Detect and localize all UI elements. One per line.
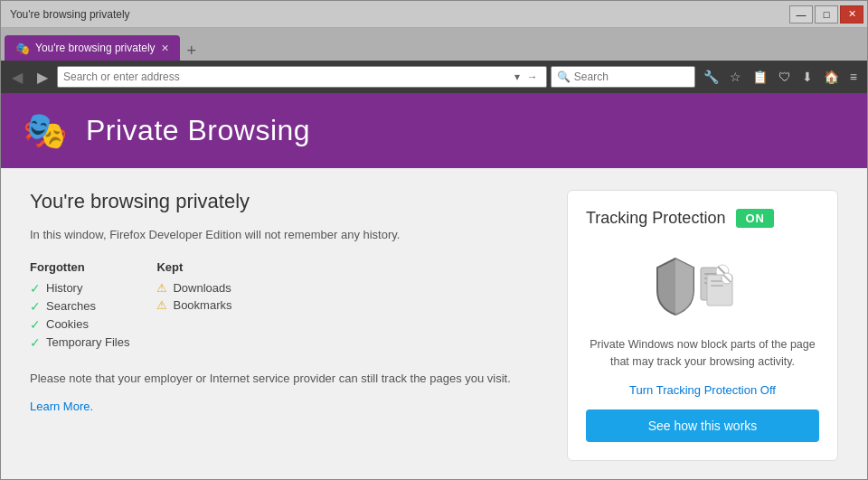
tracking-card: Tracking Protection ON xyxy=(567,190,838,461)
note-text: Please note that your employer or Intern… xyxy=(30,370,540,388)
shield-graphic xyxy=(648,249,757,322)
list-item-searches: ✓ Searches xyxy=(30,299,129,314)
menu-icon[interactable]: ≡ xyxy=(845,68,862,86)
title-bar: You're browsing privately — □ ✕ xyxy=(1,1,867,28)
address-bar-buttons: ▾ → xyxy=(512,71,541,83)
svg-rect-8 xyxy=(711,285,723,287)
page-header-title: Private Browsing xyxy=(86,114,310,147)
warn-icon-bookmarks: ⚠ xyxy=(156,298,167,312)
tools-icon[interactable]: 🔧 xyxy=(699,68,723,86)
kept-column: Kept ⚠ Downloads ⚠ Bookmarks xyxy=(156,260,231,353)
list-item-history: ✓ History xyxy=(30,281,129,296)
turn-off-link[interactable]: Turn Tracking Protection Off xyxy=(629,383,776,397)
search-icon: 🔍 xyxy=(557,71,571,83)
search-bar[interactable]: 🔍 xyxy=(551,66,695,88)
search-input[interactable] xyxy=(574,71,665,83)
shield-svg xyxy=(648,249,757,322)
window-title-text: You're browsing privately xyxy=(10,8,130,21)
check-icon-searches: ✓ xyxy=(30,299,41,314)
download-icon[interactable]: ⬇ xyxy=(797,68,817,86)
private-tab-icon: 🎭 xyxy=(15,42,30,55)
tab-close-button[interactable]: ✕ xyxy=(161,42,169,54)
description-text: In this window, Firefox Developer Editio… xyxy=(30,226,540,244)
cookies-label: Cookies xyxy=(46,317,89,331)
reader-icon[interactable]: 📋 xyxy=(748,68,772,86)
back-button[interactable]: ◀ xyxy=(6,67,28,88)
see-how-button[interactable]: See how this works xyxy=(586,409,819,442)
new-tab-button[interactable]: + xyxy=(180,42,204,59)
forgotten-column: Forgotten ✓ History ✓ Searches ✓ Cookies xyxy=(30,260,129,353)
downloads-label: Downloads xyxy=(173,281,231,295)
toolbar-icons: 🔧 ☆ 📋 🛡 ⬇ 🏠 ≡ xyxy=(699,68,862,86)
bookmark-star-icon[interactable]: ☆ xyxy=(725,68,746,86)
browser-window: You're browsing privately — □ ✕ 🎭 You're… xyxy=(0,0,868,480)
warn-icon-downloads: ⚠ xyxy=(156,281,167,295)
right-section: Tracking Protection ON xyxy=(567,190,838,457)
close-button[interactable]: ✕ xyxy=(840,5,863,24)
temp-files-label: Temporary Files xyxy=(46,335,129,349)
dropdown-button[interactable]: ▾ xyxy=(512,71,523,83)
searches-label: Searches xyxy=(46,299,96,313)
check-icon-history: ✓ xyxy=(30,281,41,296)
window-controls: — □ ✕ xyxy=(789,5,863,24)
minimize-button[interactable]: — xyxy=(789,5,813,24)
tab-bar: 🎭 You're browsing privately ✕ + xyxy=(1,28,867,61)
main-heading: You're browsing privately xyxy=(30,190,540,213)
address-bar[interactable]: ▾ → xyxy=(57,66,547,88)
columns: Forgotten ✓ History ✓ Searches ✓ Cookies xyxy=(30,260,540,353)
list-item-downloads: ⚠ Downloads xyxy=(156,281,231,295)
list-item-bookmarks: ⚠ Bookmarks xyxy=(156,298,231,312)
tab-label: You're browsing privately xyxy=(35,42,156,54)
private-mask-icon: 🎭 xyxy=(23,109,68,152)
home-icon[interactable]: 🏠 xyxy=(819,68,844,86)
check-icon-temp: ✓ xyxy=(30,335,41,350)
tracking-on-badge: ON xyxy=(736,209,774,228)
check-icon-cookies: ✓ xyxy=(30,317,41,332)
page-header: 🎭 Private Browsing xyxy=(1,93,867,168)
list-item-cookies: ✓ Cookies xyxy=(30,317,129,332)
maximize-button[interactable]: □ xyxy=(815,5,838,24)
active-tab[interactable]: 🎭 You're browsing privately ✕ xyxy=(5,35,180,61)
go-button[interactable]: → xyxy=(524,71,541,83)
forward-button[interactable]: ▶ xyxy=(32,67,53,88)
list-item-temp-files: ✓ Temporary Files xyxy=(30,335,129,350)
left-section: You're browsing privately In this window… xyxy=(30,190,540,457)
tracking-header: Tracking Protection ON xyxy=(586,209,819,228)
address-input[interactable] xyxy=(63,71,510,83)
kept-title: Kept xyxy=(156,260,231,274)
pocket-icon[interactable]: 🛡 xyxy=(774,68,796,86)
content-area: You're browsing privately In this window… xyxy=(1,168,867,479)
bookmarks-label: Bookmarks xyxy=(173,298,231,312)
tracking-desc: Private Windows now block parts of the p… xyxy=(586,336,819,371)
history-label: History xyxy=(46,281,82,295)
forgotten-title: Forgotten xyxy=(30,260,129,274)
tracking-title: Tracking Protection xyxy=(586,209,725,228)
learn-more-link[interactable]: Learn More. xyxy=(30,400,93,413)
nav-bar: ◀ ▶ ▾ → 🔍 🔧 ☆ 📋 🛡 ⬇ 🏠 ≡ xyxy=(1,61,867,93)
